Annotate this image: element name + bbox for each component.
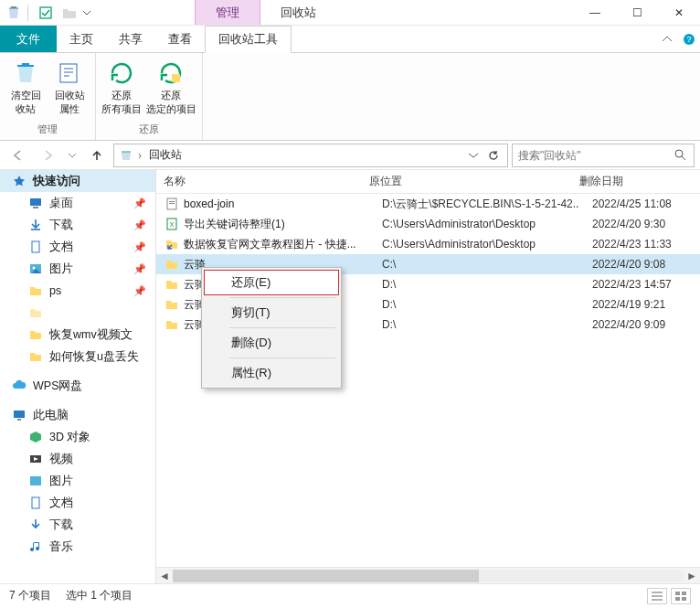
label: 恢复wmv视频文	[49, 327, 133, 343]
context-delete[interactable]: 删除(D)	[204, 330, 339, 356]
sidebar-item-music[interactable]: 音乐	[0, 536, 155, 558]
label: 图片	[49, 261, 73, 277]
tab-file[interactable]: 文件	[0, 26, 57, 52]
view-large-icons-icon[interactable]	[671, 588, 691, 604]
document-icon	[27, 239, 44, 255]
sidebar-item-desktop[interactable]: 桌面📌	[0, 192, 155, 214]
view-details-icon[interactable]	[647, 588, 667, 604]
nav-forward-button[interactable]	[35, 144, 60, 167]
sidebar-item-3dobjects[interactable]: 3D 对象	[0, 426, 155, 448]
tab-recycle-tools[interactable]: 回收站工具	[205, 26, 292, 53]
label: ps	[49, 284, 61, 297]
pin-icon: 📌	[133, 263, 146, 275]
context-cut[interactable]: 剪切(T)	[204, 300, 339, 325]
sidebar-item-folder[interactable]: 如何恢复u盘丢失	[0, 346, 155, 368]
ribbon-collapse-chevron-icon[interactable]	[656, 26, 678, 52]
nav-up-button[interactable]	[84, 144, 110, 167]
sidebar-quick-access[interactable]: 快速访问	[0, 170, 155, 192]
folder-icon	[27, 283, 44, 299]
sidebar-item-downloads[interactable]: 下载📌	[0, 214, 155, 236]
scroll-track[interactable]	[173, 570, 684, 582]
qat-customize-chevron-icon[interactable]	[80, 3, 94, 23]
file-date-deleted: 2022/4/19 9:21	[592, 298, 700, 311]
file-date-deleted: 2022/4/25 11:08	[592, 197, 700, 210]
svg-point-17	[33, 267, 36, 270]
svg-rect-21	[30, 476, 41, 485]
sidebar-item-blurred[interactable]	[0, 302, 155, 324]
nav-back-button[interactable]	[5, 144, 31, 167]
context-properties[interactable]: 属性(R)	[204, 360, 339, 386]
sidebar-item-folder[interactable]: 恢复wmv视频文	[0, 324, 155, 346]
nav-history-chevron-icon[interactable]	[64, 144, 80, 167]
label: 桌面	[49, 196, 73, 211]
contextual-tab-manage[interactable]: 管理	[195, 0, 260, 25]
sidebar-item-ps[interactable]: ps📌	[0, 280, 155, 302]
file-date-deleted: 2022/4/23 11:33	[592, 238, 700, 251]
refresh-icon[interactable]	[483, 144, 504, 166]
sidebar-item-downloads2[interactable]: 下载	[0, 514, 155, 536]
label: 快速访问	[33, 174, 80, 189]
video-icon	[27, 451, 44, 467]
pin-icon: 📌	[133, 197, 146, 209]
file-row[interactable]: boxed-joinD:\云骑士\$RECYCLE.BIN\S-1-5-21-4…	[156, 194, 700, 214]
sidebar-item-pictures2[interactable]: 图片	[0, 470, 155, 492]
recycle-bin-icon	[4, 3, 24, 23]
cube-icon	[27, 429, 44, 445]
column-original-location[interactable]: 原位置	[362, 174, 572, 189]
maximize-button[interactable]: ☐	[616, 0, 658, 26]
scroll-thumb[interactable]	[173, 570, 479, 582]
label: 3D 对象	[49, 430, 90, 445]
sidebar-item-pictures[interactable]: 图片📌	[0, 258, 155, 280]
file-original-location: D:\云骑士\$RECYCLE.BIN\S-1-5-21-42..	[382, 197, 592, 212]
pin-icon: 📌	[133, 219, 146, 231]
sidebar-item-documents2[interactable]: 文档	[0, 492, 155, 514]
close-button[interactable]: ✕	[658, 0, 700, 26]
restore-selected-button[interactable]: 还原 选定的项目	[145, 57, 196, 121]
minimize-button[interactable]: —	[574, 0, 616, 26]
recycle-bin-properties-button[interactable]: 回收站 属性	[49, 57, 90, 121]
search-box[interactable]	[512, 144, 695, 167]
address-bar[interactable]: › 回收站	[113, 144, 508, 167]
tab-home[interactable]: 主页	[57, 26, 106, 52]
label: 选定的项目	[146, 103, 196, 115]
label: 如何恢复u盘丢失	[49, 349, 139, 365]
sidebar-item-thispc[interactable]: 此电脑	[0, 404, 155, 426]
file-name: boxed-join	[184, 197, 382, 210]
address-dropdown-chevron-icon[interactable]	[463, 144, 483, 166]
scroll-left-icon[interactable]: ◄	[156, 568, 173, 584]
context-restore[interactable]: 还原(E)	[204, 270, 339, 295]
qat-newfolder-icon[interactable]	[59, 3, 80, 23]
file-row[interactable]: 数据恢复官网文章教程图片 - 快捷...C:\Users\Administrat…	[156, 234, 700, 254]
horizontal-scrollbar[interactable]: ◄ ►	[156, 567, 700, 583]
search-input[interactable]	[518, 149, 672, 162]
scroll-right-icon[interactable]: ►	[684, 568, 700, 584]
help-icon[interactable]: ?	[678, 26, 700, 52]
file-row[interactable]: X导出关键词待整理(1)C:\Users\Administrator\Deskt…	[156, 214, 700, 234]
sidebar-item-documents[interactable]: 文档📌	[0, 236, 155, 258]
qat-checkbox-icon[interactable]	[36, 3, 56, 23]
column-headers[interactable]: 名称 原位置 删除日期	[156, 170, 700, 194]
column-name[interactable]: 名称	[156, 174, 362, 189]
status-item-count: 7 个项目	[9, 588, 51, 603]
file-type-icon	[164, 196, 180, 212]
svg-rect-22	[32, 497, 39, 508]
explorer-body: 快速访问 桌面📌 下载📌 文档📌 图片📌 ps📌 恢复wmv视频文 如何恢复u盘…	[0, 170, 700, 583]
ribbon-tabs: 文件 主页 共享 查看 回收站工具 ?	[0, 26, 700, 53]
sidebar-item-wps[interactable]: WPS网盘	[0, 375, 155, 397]
sidebar-item-videos[interactable]: 视频	[0, 448, 155, 470]
tab-share[interactable]: 共享	[106, 26, 155, 52]
tab-view[interactable]: 查看	[155, 26, 205, 52]
svg-rect-32	[682, 592, 686, 595]
svg-rect-31	[675, 592, 680, 595]
chevron-right-icon[interactable]: ›	[138, 149, 142, 162]
navigation-pane[interactable]: 快速访问 桌面📌 下载📌 文档📌 图片📌 ps📌 恢复wmv视频文 如何恢复u盘…	[0, 170, 155, 583]
label: 属性	[59, 103, 80, 115]
empty-recycle-bin-button[interactable]: 清空回 收站	[5, 57, 46, 121]
label: 回收站	[55, 90, 85, 101]
breadcrumb[interactable]: 回收站	[145, 147, 186, 163]
search-icon[interactable]	[672, 149, 688, 161]
column-date-deleted[interactable]: 删除日期	[572, 174, 700, 189]
restore-all-button[interactable]: 还原 所有项目	[101, 57, 142, 121]
ribbon-group-restore: 还原 所有项目 还原 选定的项目 还原	[96, 53, 203, 140]
file-date-deleted: 2022/4/20 9:09	[592, 318, 700, 331]
